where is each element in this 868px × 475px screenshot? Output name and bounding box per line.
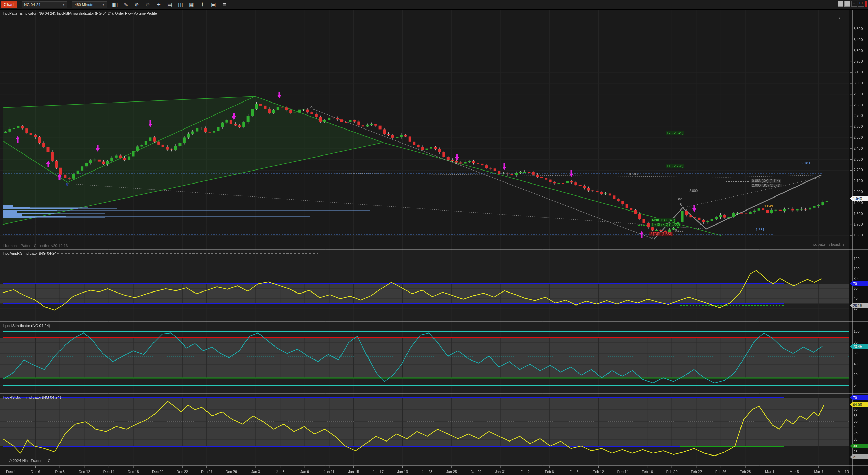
last-price-marker: 1.940	[850, 196, 868, 201]
date-axis-label: Dec 22	[177, 470, 188, 474]
window-controls: ─ ❐	[837, 1, 867, 7]
indicator-axis-tick: 80	[854, 340, 858, 344]
pattern-annotation: B	[66, 183, 68, 187]
indicator-axis-tick: 40	[854, 362, 858, 366]
date-axis-label: Mar 7	[814, 470, 823, 474]
zoom-in-icon[interactable]: ⊕	[134, 2, 140, 8]
indicator-value-marker: 21	[850, 454, 868, 459]
date-axis-label: Feb 8	[569, 470, 578, 474]
price-axis-tick: 1.800	[854, 212, 863, 216]
price-axis-tick: 2.600	[854, 124, 863, 128]
panel-split-icon[interactable]: ◫	[177, 2, 184, 8]
minimize-button[interactable]: ─	[851, 1, 857, 7]
date-axis-label: Feb 2	[520, 470, 530, 474]
data-box-icon[interactable]: ▤	[166, 2, 173, 8]
line-tool-icon[interactable]: ⌇	[199, 2, 205, 8]
chart-canvas[interactable]	[0, 0, 868, 475]
date-axis-label: Feb 12	[593, 470, 604, 474]
date-axis-label: Feb 26	[715, 470, 726, 474]
indicator-axis-tick: 60	[854, 351, 858, 355]
date-axis-label: Jan 31	[495, 470, 506, 474]
price-axis-tick: 1.600	[854, 233, 863, 237]
date-axis-label: Feb 16	[642, 470, 653, 474]
workspace-button-2[interactable]	[844, 1, 850, 7]
date-axis-label: Jan 29	[471, 470, 482, 474]
indicator-axis-tick: 55	[854, 413, 858, 418]
indicator-icon[interactable]: ▦	[188, 2, 195, 8]
indicator-value-marker: 70	[850, 395, 868, 400]
price-axis-tick: 3.200	[854, 59, 863, 63]
date-axis-label: Dec 29	[226, 470, 237, 474]
price-axis-tick: 2.300	[854, 157, 863, 161]
crosshair-icon[interactable]: +	[156, 2, 162, 8]
draw-icon[interactable]: ✎	[123, 2, 129, 8]
date-axis-label: Dec 4	[6, 470, 15, 474]
date-axis-label: Jan 23	[422, 470, 432, 474]
indicator-axis-tick: 120	[854, 257, 860, 261]
price-axis-tick: 2.700	[854, 113, 863, 118]
price-axis-tick: 3.300	[854, 49, 863, 53]
date-axis-label: Feb 22	[691, 470, 702, 474]
price-axis-tick: 2.100	[854, 179, 863, 183]
pattern-annotation: 2.000 (BC) (2.071)	[751, 184, 782, 187]
indicator-axis-tick: 0	[854, 383, 856, 388]
zoom-out-icon[interactable]: ⊖	[145, 2, 151, 8]
panel-header-HSI: hpcHSIIndicator (NG 04-24)	[3, 324, 50, 328]
price-axis-tick: 1.900	[854, 201, 863, 205]
indicator-axis-tick: 80	[854, 276, 858, 281]
indicator-value-marker: 64.09	[850, 402, 868, 407]
price-axis-tick: 2.200	[854, 168, 863, 172]
date-axis-label: Jan 11	[324, 470, 334, 474]
indicator-value-marker: 30	[850, 444, 868, 448]
indicator-axis-tick: 25	[854, 450, 858, 454]
date-axis-label: Jan 25	[446, 470, 457, 474]
report-icon[interactable]: ▣	[210, 2, 216, 8]
toolbar-icons: ▮▯✎⊕⊖+▤◫▦⌇▣≣	[107, 2, 227, 8]
pattern-annotation: X	[310, 105, 313, 108]
pattern-annotation: B	[680, 203, 682, 207]
chart-style-icon[interactable]: ▮▯	[112, 2, 118, 8]
price-axis-tick: 1.700	[854, 222, 863, 226]
date-axis-label: Jan 5	[276, 470, 285, 474]
pattern-annotation: C	[704, 228, 706, 232]
indicator-axis-tick: 40	[854, 296, 858, 300]
price-axis-tick: 3.400	[854, 38, 863, 42]
chart-tab[interactable]: Chart	[1, 1, 17, 8]
date-axis-label: Jan 9	[300, 470, 309, 474]
workspace-button-1[interactable]	[838, 1, 843, 7]
pattern-annotation: 2.181	[801, 161, 810, 165]
restore-button[interactable]: ❐	[858, 1, 864, 7]
indicator-axis-tick: 40	[854, 432, 858, 436]
indicator-value-marker: 73.45	[850, 344, 868, 349]
date-axis-label: Mar 1	[765, 470, 774, 474]
close-button[interactable]	[865, 1, 867, 7]
price-axis-tick: 2.900	[854, 92, 863, 96]
date-axis-label: Dec 12	[79, 470, 90, 474]
interval-dropdown[interactable]: 480 Minute ▼	[72, 1, 107, 8]
date-axis-label: Dec 27	[201, 470, 212, 474]
price-axis-tick: 3.000	[854, 81, 863, 85]
date-axis-label: Feb 20	[666, 470, 678, 474]
panel-header-RSIBamm: hpcRSIBammIndicator (NG 04-24)	[3, 395, 61, 399]
date-axis-label: Jan 17	[373, 470, 384, 474]
instrument-dropdown[interactable]: NG 04-24 ▼	[22, 1, 67, 8]
pattern-annotation: Bat	[677, 197, 682, 201]
indicator-value-marker: 70	[850, 281, 868, 286]
list-icon[interactable]: ≣	[221, 2, 227, 8]
date-axis-label: Jan 19	[397, 470, 408, 474]
date-axis-label: Dec 6	[31, 470, 40, 474]
pattern-annotation: T2: (2.549)	[666, 131, 684, 135]
pattern-annotation: AB=CD (1.749)	[651, 218, 676, 222]
date-axis-label: Mar 10	[838, 470, 849, 474]
indicator-value-marker: 26.16	[850, 303, 868, 308]
back-arrow-icon[interactable]: ←	[837, 12, 844, 21]
pattern-annotation: 1.631	[756, 228, 764, 232]
indicator-axis-tick: 35	[854, 437, 858, 442]
price-axis-tick: 2.800	[854, 103, 863, 107]
indicator-axis-tick: 60	[854, 286, 858, 290]
price-axis-tick: 2.000	[854, 190, 863, 194]
indicator-axis-tick: 100	[854, 267, 860, 271]
pattern-annotation: 1.618 (BC) (1.722)	[651, 223, 681, 227]
price-axis-tick: 2.500	[854, 135, 863, 139]
date-axis-label: Dec 20	[152, 470, 163, 474]
